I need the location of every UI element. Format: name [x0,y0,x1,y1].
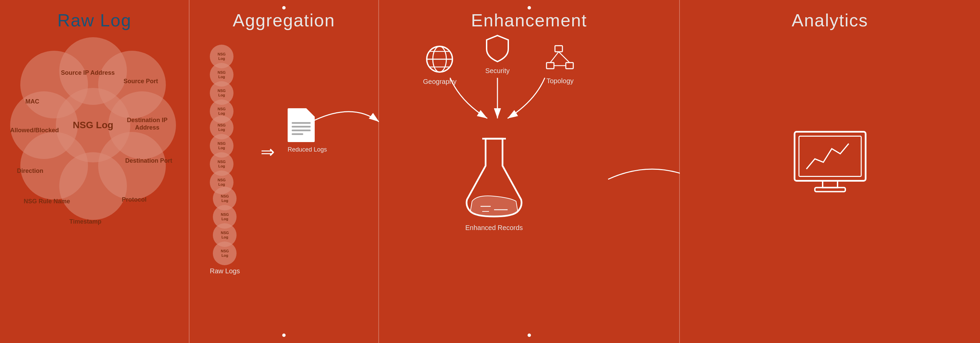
field-timestamp: Timestamp [69,218,102,225]
field-dest-port: Destination Port [125,157,172,165]
curve-arrow-svg [291,95,393,196]
svg-rect-22 [815,188,845,192]
svg-rect-6 [555,46,562,52]
nsg-group-3-label: Raw Logs [210,267,240,275]
raw-log-panel: Raw Log NSG Log MAC Source IP Address So… [0,0,189,343]
field-allowed-blocked: Allowed/Blocked [10,127,59,134]
aggregation-panel: Aggregation NSGLog NSGLog NSGLog NSGLog … [189,0,379,343]
divider-dot-bottom [282,333,286,337]
security-label: Security [484,67,511,75]
field-dest-ip: Destination IPAddress [127,117,167,131]
analytics-panel: Analytics [680,0,980,343]
nsg-group-2: NSGLog NSGLog NSGLog NSGLog [210,118,234,196]
svg-rect-21 [822,181,838,188]
svg-rect-20 [799,136,861,176]
field-protocol: Protocol [122,196,146,204]
enhanced-records-label: Enhanced Records [464,224,525,232]
topology-icon [545,44,575,75]
venn-diagram: NSG Log MAC Source IP Address Source Por… [7,30,183,325]
nsg-group-3: NSGLog NSGLog NSGLog NSGLog Raw Logs [210,189,240,275]
svg-rect-19 [795,132,865,181]
monitor-icon [793,130,867,198]
enh-divider-dot-bottom [528,333,531,337]
flask-container: Enhanced Records [464,135,525,232]
analytics-monitor-container [793,130,867,199]
svg-rect-8 [566,63,573,69]
security-container: Security [484,34,511,75]
enh-divider-dot-top [528,6,531,10]
svg-line-10 [559,52,570,63]
analytics-title: Analytics [680,0,980,30]
enhancement-arrows-svg [430,75,565,142]
flask-icon [464,135,525,220]
divider-dot-top [282,6,286,10]
enhancement-title: Enhancement [379,0,679,30]
enhancement-panel: Enhancement Geography Security [379,0,680,343]
field-mac: MAC [25,98,39,106]
svg-rect-7 [547,63,554,69]
aggregation-title: Aggregation [189,0,378,30]
nsg-bubble-3d: NSGLog [213,241,237,265]
field-direction: Direction [17,167,43,175]
nsg-group-1: NSGLog NSGLog NSGLog NSGLog [210,48,234,125]
raw-log-title: Raw Log [0,0,189,30]
nsg-center-label: NSG Log [73,120,113,130]
field-nsg-rule: NSG Rule Name [24,198,70,205]
security-icon [484,34,511,64]
geography-icon [424,44,455,75]
field-source-port: Source Port [124,78,158,85]
field-source-ip: Source IP Address [61,69,115,77]
svg-line-9 [550,52,559,63]
aggregate-arrow: ⇒ [261,142,275,162]
